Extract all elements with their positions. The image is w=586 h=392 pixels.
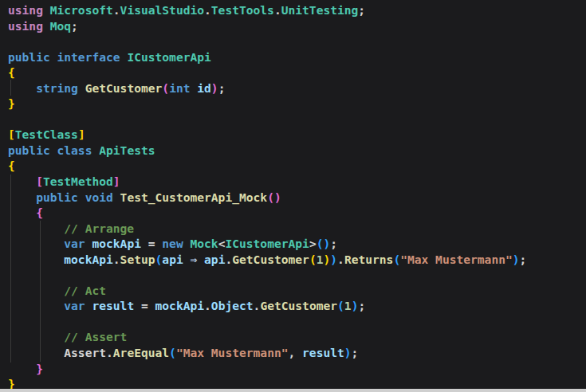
code-token: ; [520, 253, 527, 266]
code-token: ( [162, 81, 169, 95]
code-token: ] [78, 127, 85, 141]
code-token: Mock [190, 237, 218, 250]
code-token: > [309, 237, 317, 250]
code-token: public [8, 50, 57, 64]
code-token: ; [358, 3, 365, 17]
code-token: ) [513, 253, 520, 266]
code-token: // Arrange [64, 221, 134, 235]
code-token: // Assert [64, 330, 127, 343]
code-token: mockApi [92, 237, 147, 250]
code-token: { [8, 159, 15, 172]
indent-guide [10, 174, 11, 363]
code-token: GetCustomer [260, 299, 337, 312]
code-token: ) [323, 253, 330, 266]
code-token: using [8, 19, 50, 33]
code-token: public [36, 190, 85, 204]
code-line: { [8, 205, 586, 221]
code-token [8, 174, 36, 188]
code-token: Setup [120, 253, 155, 266]
code-token: = [141, 299, 155, 312]
code-line [8, 267, 586, 283]
code-token: api [204, 253, 225, 266]
code-token: new [162, 237, 190, 250]
code-token: ) [330, 253, 337, 266]
code-line [8, 314, 586, 330]
code-token: ( [337, 299, 344, 312]
code-line [8, 112, 586, 127]
code-token: { [36, 206, 43, 219]
code-token: Assert [64, 346, 106, 359]
code-line: public void Test_CustomerApi_Mock() [8, 190, 586, 206]
code-token: "Max Mustermann" [176, 346, 289, 359]
code-token: id [197, 81, 211, 95]
code-token: ApiTests [99, 143, 155, 157]
code-token: , [289, 346, 303, 359]
code-line: // Arrange [8, 221, 586, 237]
code-line: var mockApi = new Mock<ICustomerApi>(); [8, 236, 586, 252]
code-token: "Max Mustermann" [400, 253, 513, 266]
code-token: void [85, 190, 120, 204]
code-token: var [64, 237, 92, 250]
code-token: Returns [344, 253, 394, 266]
code-line: mockApi.Setup(api ⇒ api.GetCustomer(1)).… [8, 252, 586, 268]
code-line: // Assert [8, 329, 586, 345]
code-token: GetCustomer [232, 253, 309, 266]
code-line: { [8, 158, 586, 174]
window-bottom-edge [0, 389, 586, 392]
code-token: GetCustomer [85, 81, 163, 95]
code-token: UnitTesting [281, 3, 359, 17]
code-token: int [169, 81, 197, 95]
code-line: [TestMethod] [8, 174, 586, 190]
code-line: var result = mockApi.Object.GetCustomer(… [8, 298, 586, 314]
code-token: { [8, 65, 15, 79]
code-token [8, 346, 64, 359]
code-token: result [302, 346, 344, 359]
code-token: ( [267, 190, 274, 204]
code-token: . [337, 253, 344, 266]
code-token: mockApi [155, 299, 205, 312]
code-token: var [64, 299, 92, 312]
code-token [8, 81, 36, 95]
code-token: ; [352, 346, 359, 359]
code-token [8, 237, 64, 250]
code-token [8, 221, 64, 235]
code-token: . [113, 3, 120, 17]
code-token: VisualStudio [120, 3, 204, 17]
code-token [8, 362, 36, 375]
code-token: ) [344, 346, 352, 359]
indent-guide [40, 221, 41, 362]
code-line: string GetCustomer(int id); [8, 80, 586, 96]
indent-guide [10, 80, 11, 96]
code-token: ; [71, 19, 78, 33]
code-token: 1 [344, 299, 352, 312]
code-token: // Act [64, 284, 106, 297]
code-token: public [8, 143, 57, 157]
code-line: } [8, 361, 586, 377]
code-token: TestClass [15, 127, 78, 141]
code-token: . [204, 3, 211, 17]
code-token [8, 299, 64, 312]
code-token: Microsoft [50, 3, 113, 17]
lambda-arrow-glyph: ⇒ [191, 253, 205, 266]
code-token: ICustomerApi [127, 50, 210, 64]
code-token: ICustomerApi [225, 237, 309, 250]
code-token [8, 190, 36, 204]
code-line: Assert.AreEqual("Max Mustermann", result… [8, 345, 586, 361]
code-token: result [92, 299, 141, 312]
code-token: Test_CustomerApi_Mock [120, 190, 268, 204]
code-line: { [8, 65, 586, 80]
code-line [8, 33, 586, 49]
code-token: } [36, 362, 43, 375]
code-token: . [225, 253, 232, 266]
code-token: Moq [50, 19, 71, 33]
code-line: [TestClass] [8, 127, 586, 143]
code-token [8, 284, 64, 297]
code-token: . [204, 299, 211, 312]
code-token: mockApi [64, 253, 113, 266]
code-token: ; [358, 299, 365, 312]
code-token: ] [113, 174, 120, 188]
code-token: ( [309, 253, 317, 266]
code-token: ) [211, 81, 218, 95]
code-token: . [274, 3, 281, 17]
code-area[interactable]: using Microsoft.VisualStudio.TestTools.U… [0, 0, 586, 392]
